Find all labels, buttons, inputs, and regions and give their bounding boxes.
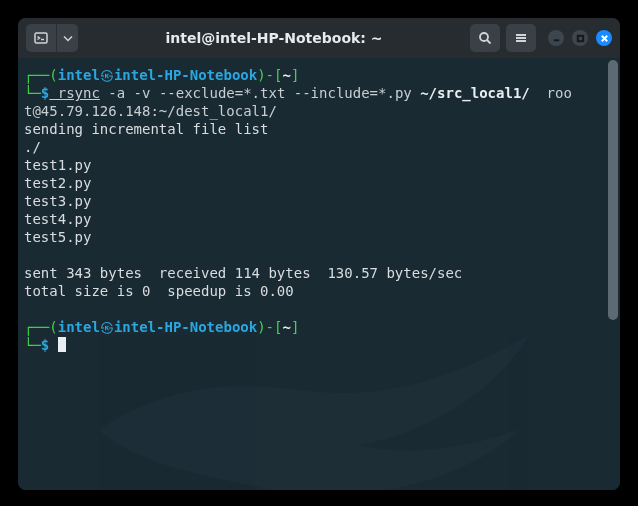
prompt-at: ㉿ xyxy=(100,67,114,83)
new-tab-button-group[interactable] xyxy=(26,24,78,52)
cmd-args-1: -a -v --exclude=*.txt --include=*.py xyxy=(100,85,420,101)
minimize-icon xyxy=(552,34,561,43)
prompt-corner-bottom: └─ xyxy=(24,85,41,101)
window-title: intel@intel-HP-Notebook: ~ xyxy=(84,30,464,46)
out-line: total size is 0 speedup is 0.00 xyxy=(24,283,294,299)
out-line: test2.py xyxy=(24,175,91,191)
prompt2-close-user: )-[ xyxy=(257,319,282,335)
out-line: sending incremental file list xyxy=(24,121,268,137)
out-line: test1.py xyxy=(24,157,91,173)
menu-button[interactable] xyxy=(506,24,536,52)
prompt-close-bracket: ] xyxy=(291,67,299,83)
chevron-down-icon xyxy=(61,31,75,45)
out-line: sent 343 bytes received 114 bytes 130.57… xyxy=(24,265,462,281)
prompt-cwd: ~ xyxy=(282,67,290,83)
out-line: test5.py xyxy=(24,229,91,245)
cmd-src-path: ~/src_local1/ xyxy=(420,85,530,101)
cmd-args-2: roo xyxy=(530,85,572,101)
titlebar-right xyxy=(470,24,612,52)
svg-rect-2 xyxy=(577,35,582,40)
titlebar-left xyxy=(26,24,78,52)
minimize-button[interactable] xyxy=(548,30,564,46)
prompt-host: intel-HP-Notebook xyxy=(114,67,257,83)
out-line: test4.py xyxy=(24,211,91,227)
maximize-button[interactable] xyxy=(572,30,588,46)
search-button[interactable] xyxy=(470,24,500,52)
cmd-name: rsync xyxy=(49,85,100,101)
prompt-close-user: )-[ xyxy=(257,67,282,83)
window-controls xyxy=(548,30,612,46)
new-tab-dropdown[interactable] xyxy=(56,24,78,52)
cmd-wrap-line: t@45.79.126.148:~/dest_local1/ xyxy=(24,103,277,119)
terminal-icon xyxy=(34,31,48,45)
terminal-body[interactable]: ┌──(intel㉿intel-HP-Notebook)-[~] └─$ rsy… xyxy=(18,58,620,490)
prompt2-close-bracket: ] xyxy=(291,319,299,335)
titlebar: intel@intel-HP-Notebook: ~ xyxy=(18,18,620,58)
scrollbar-thumb[interactable] xyxy=(608,60,618,320)
search-icon xyxy=(478,31,492,45)
prompt-user: intel xyxy=(58,67,100,83)
out-line: ./ xyxy=(24,139,41,155)
prompt2-dollar: $ xyxy=(41,337,49,353)
prompt2-user: intel xyxy=(58,319,100,335)
terminal-window: intel@intel-HP-Notebook: ~ xyxy=(18,18,620,490)
prompt2-corner-bottom: └─ xyxy=(24,337,41,353)
prompt2-corner-top: ┌──( xyxy=(24,319,58,335)
cursor xyxy=(58,337,66,352)
prompt2-host: intel-HP-Notebook xyxy=(114,319,257,335)
maximize-icon xyxy=(576,34,585,43)
prompt2-at: ㉿ xyxy=(100,319,114,335)
svg-point-1 xyxy=(480,33,488,41)
prompt-corner-top: ┌──( xyxy=(24,67,58,83)
hamburger-icon xyxy=(514,31,528,45)
close-icon xyxy=(600,34,609,43)
out-line: test3.py xyxy=(24,193,91,209)
svg-rect-0 xyxy=(35,33,47,43)
new-tab-button[interactable] xyxy=(26,24,56,52)
prompt2-cwd: ~ xyxy=(282,319,290,335)
terminal-output: ┌──(intel㉿intel-HP-Notebook)-[~] └─$ rsy… xyxy=(18,58,620,362)
close-button[interactable] xyxy=(596,30,612,46)
